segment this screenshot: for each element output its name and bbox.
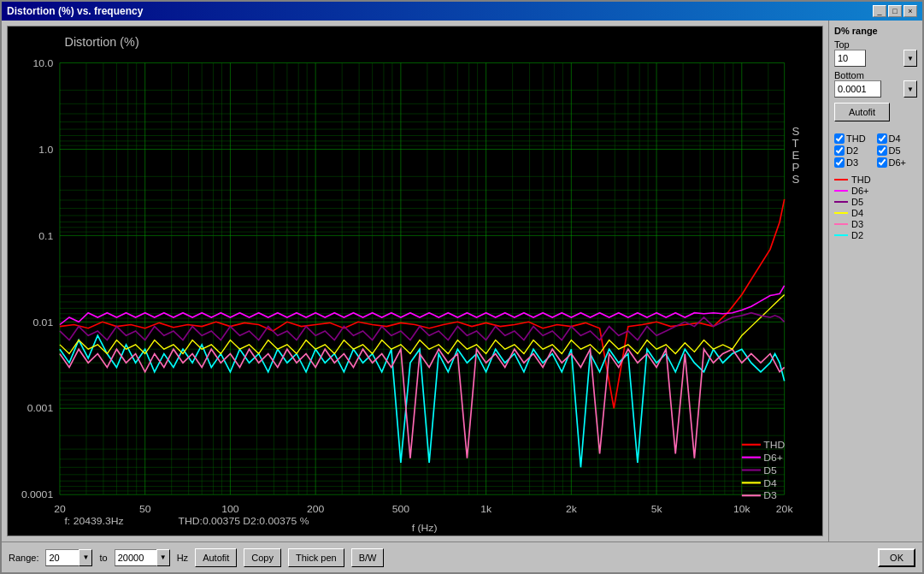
svg-text:D3: D3 (763, 490, 777, 502)
to-label: to (99, 553, 107, 563)
top-select-container: 10 1 0.1 ▼ (834, 50, 917, 67)
maximize-button[interactable]: □ (888, 5, 902, 17)
thick-pen-button[interactable]: Thick pen (288, 548, 344, 567)
svg-text:S: S (792, 173, 800, 186)
legend-d3-color (834, 223, 848, 225)
d2-checkbox[interactable] (834, 145, 845, 156)
chart-area: Distortion (%) S T E P S (7, 26, 823, 536)
bottom-autofit-button[interactable]: Autofit (195, 548, 237, 567)
d5-checkbox-item: D5 (877, 145, 915, 156)
svg-text:P: P (792, 161, 800, 174)
bottom-select-container: 0.0001 0.001 0.01 ▼ (834, 80, 917, 98)
d-range-section: D% range Top 10 1 0.1 ▼ Bottom (834, 26, 917, 121)
legend-thd-label: THD (851, 175, 871, 185)
d2-label: D2 (846, 145, 858, 156)
legend-d2-color (834, 234, 848, 236)
svg-text:f (Hz): f (Hz) (412, 522, 438, 534)
legend-d2: D2 (834, 230, 917, 240)
ok-button[interactable]: OK (878, 548, 915, 567)
svg-text:D5: D5 (763, 465, 777, 476)
range-to-select[interactable]: 20000 10000 (115, 549, 170, 566)
chart-svg: Distortion (%) S T E P S (8, 27, 822, 536)
svg-text:0.0001: 0.0001 (21, 489, 54, 501)
d3-label: D3 (846, 157, 858, 168)
range-to-container: 20000 10000 ▼ (115, 549, 170, 566)
d6p-checkbox[interactable] (877, 157, 887, 168)
d2-checkbox-item: D2 (834, 145, 872, 156)
bottom-bar: Range: 20 10 ▼ to 20000 10000 ▼ Hz Autof… (2, 541, 922, 572)
svg-text:10k: 10k (733, 504, 750, 516)
window-controls: _ □ × (873, 5, 917, 17)
legend-d5: D5 (834, 197, 917, 207)
svg-text:D6+: D6+ (763, 452, 783, 464)
checkbox-grid: THD D4 D2 D5 D3 (834, 133, 917, 168)
svg-text:D4: D4 (763, 477, 777, 489)
legend-d6p-label: D6+ (851, 186, 869, 196)
svg-text:0.1: 0.1 (38, 230, 53, 242)
legend-d2-label: D2 (851, 230, 863, 240)
legend-thd: THD (834, 175, 917, 185)
d4-checkbox[interactable] (877, 133, 887, 144)
svg-text:1k: 1k (480, 504, 491, 516)
svg-text:THD:0.00375  D2:0.00375  %: THD:0.00375 D2:0.00375 % (178, 515, 309, 527)
svg-text:2k: 2k (566, 504, 577, 516)
d3-checkbox[interactable] (834, 157, 845, 168)
svg-text:0.01: 0.01 (32, 317, 53, 328)
d3-checkbox-item: D3 (834, 157, 872, 168)
svg-text:50: 50 (139, 504, 151, 516)
titlebar: Distortion (%) vs. frequency _ □ × (2, 2, 922, 21)
svg-text:100: 100 (221, 504, 239, 516)
range-label: Range: (9, 553, 38, 563)
d4-checkbox-item: D4 (877, 133, 915, 144)
legend-d4-label: D4 (851, 208, 863, 218)
legend-d3: D3 (834, 219, 917, 229)
svg-text:5k: 5k (651, 504, 662, 516)
chart-title: Distortion (%) (64, 36, 138, 50)
legend-d6p-color (834, 190, 848, 192)
right-panel: D% range Top 10 1 0.1 ▼ Bottom (828, 21, 922, 541)
svg-text:E: E (792, 149, 800, 162)
copy-button[interactable]: Copy (244, 548, 281, 567)
thd-label: THD (846, 133, 866, 144)
svg-text:10.0: 10.0 (32, 57, 53, 69)
window-title: Distortion (%) vs. frequency (7, 5, 143, 17)
bottom-select-arrow: ▼ (903, 80, 917, 98)
minimize-button[interactable]: _ (873, 5, 886, 17)
range-from-container: 20 10 ▼ (45, 549, 92, 566)
hz-label: Hz (177, 553, 188, 563)
thd-checkbox[interactable] (834, 133, 845, 144)
svg-text:THD: THD (763, 439, 785, 451)
bottom-select[interactable]: 0.0001 0.001 0.01 (834, 80, 881, 98)
legend-d4-color (834, 212, 848, 214)
d4-label: D4 (889, 133, 901, 144)
legend-d5-color (834, 201, 848, 203)
top-select[interactable]: 10 1 0.1 (834, 50, 866, 67)
d6p-checkbox-item: D6+ (877, 157, 915, 168)
range-from-select[interactable]: 20 10 (45, 549, 92, 566)
svg-text:1.0: 1.0 (38, 144, 53, 156)
main-window: Distortion (%) vs. frequency _ □ × Disto… (0, 0, 924, 574)
d6p-label: D6+ (889, 157, 907, 168)
thd-checkbox-item: THD (834, 133, 872, 144)
svg-text:0.001: 0.001 (27, 403, 54, 415)
svg-text:S: S (792, 126, 800, 139)
svg-text:f: 20439.3Hz: f: 20439.3Hz (64, 515, 123, 527)
svg-text:200: 200 (307, 504, 325, 516)
main-content: Distortion (%) S T E P S (2, 21, 922, 541)
top-select-arrow: ▼ (903, 50, 917, 67)
d5-label: D5 (889, 145, 901, 156)
svg-text:20k: 20k (776, 504, 793, 516)
close-button[interactable]: × (903, 5, 917, 17)
legend-thd-color (834, 179, 848, 180)
svg-text:500: 500 (392, 504, 410, 516)
d5-checkbox[interactable] (877, 145, 887, 156)
bottom-label: Bottom (834, 70, 917, 80)
legend-d5-label: D5 (851, 197, 863, 207)
autofit-button[interactable]: Autofit (834, 103, 890, 121)
legend-d4: D4 (834, 208, 917, 218)
top-label: Top (834, 39, 917, 50)
legend-d3-label: D3 (851, 219, 863, 229)
d-range-label: D% range (834, 26, 917, 36)
svg-text:T: T (792, 138, 799, 151)
bw-button[interactable]: B/W (351, 548, 385, 567)
